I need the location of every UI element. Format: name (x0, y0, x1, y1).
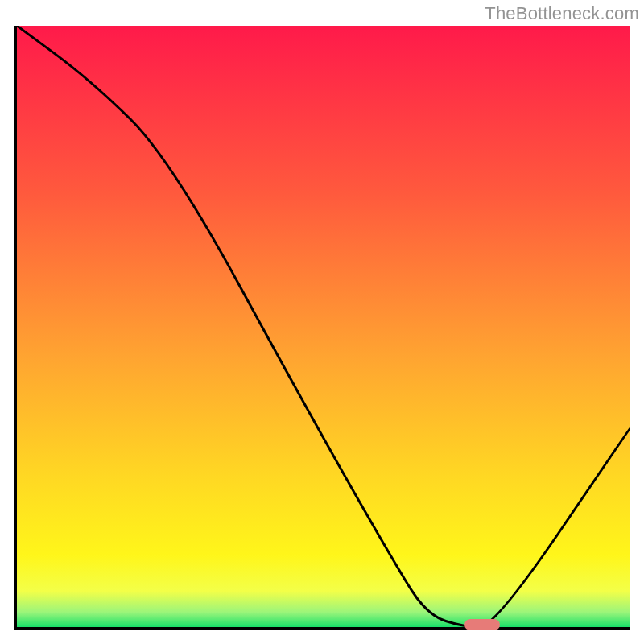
axes-frame (14, 26, 630, 630)
watermark-text: TheBottleneck.com (485, 3, 639, 24)
optimal-range-marker (464, 619, 500, 630)
